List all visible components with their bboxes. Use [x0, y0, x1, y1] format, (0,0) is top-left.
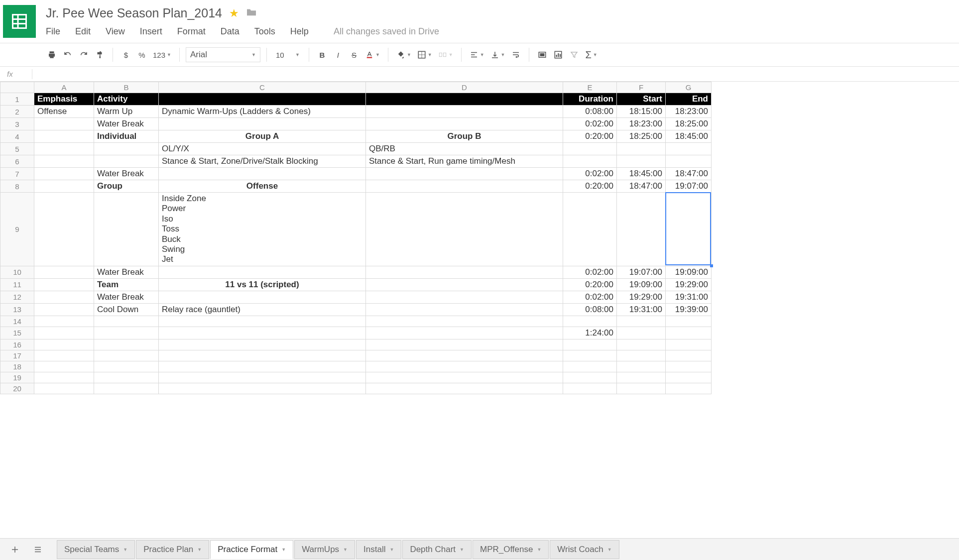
cell-C11[interactable]: 11 vs 11 (scripted)	[159, 278, 366, 291]
functions-button[interactable]: Σ▼	[583, 47, 599, 62]
cell-D12[interactable]	[366, 291, 563, 303]
row-header[interactable]: 20	[0, 383, 34, 394]
cell-A1[interactable]: Emphasis	[34, 93, 94, 106]
menu-insert[interactable]: Insert	[140, 26, 162, 37]
currency-button[interactable]: $	[119, 47, 133, 62]
cell-E20[interactable]	[563, 383, 617, 394]
cell-C10[interactable]	[159, 266, 366, 278]
row-header[interactable]: 3	[0, 118, 34, 130]
cell-E15[interactable]: 1:24:00	[563, 327, 617, 339]
cell-G9[interactable]	[666, 193, 712, 266]
cell-F11[interactable]: 19:09:00	[617, 278, 666, 291]
v-align-button[interactable]: ▼	[488, 47, 507, 62]
cell-F7[interactable]: 18:45:00	[617, 168, 666, 180]
cell-F1[interactable]: Start	[617, 93, 666, 106]
cell-D8[interactable]	[366, 180, 563, 193]
cell-E1[interactable]: Duration	[563, 93, 617, 106]
cell-F8[interactable]: 18:47:00	[617, 180, 666, 193]
cell-B4[interactable]: Individual	[94, 130, 159, 143]
cell-G7[interactable]: 18:47:00	[666, 168, 712, 180]
cell-D3[interactable]	[366, 118, 563, 130]
cell-F13[interactable]: 19:31:00	[617, 303, 666, 316]
row-header[interactable]: 9	[0, 193, 34, 266]
cell-F20[interactable]	[617, 383, 666, 394]
tab-menu-caret-icon[interactable]: ▼	[537, 547, 541, 552]
cell-F4[interactable]: 18:25:00	[617, 130, 666, 143]
col-header-G[interactable]: G	[666, 82, 712, 93]
cell-C8[interactable]: Offense	[159, 180, 366, 193]
cell-B6[interactable]	[94, 155, 159, 168]
cell-G19[interactable]	[666, 372, 712, 383]
cell-E16[interactable]	[563, 339, 617, 350]
cell-E13[interactable]: 0:08:00	[563, 303, 617, 316]
row-header[interactable]: 19	[0, 372, 34, 383]
cell-B1[interactable]: Activity	[94, 93, 159, 106]
cell-D7[interactable]	[366, 168, 563, 180]
cell-F3[interactable]: 18:23:00	[617, 118, 666, 130]
cell-A7[interactable]	[34, 168, 94, 180]
print-icon[interactable]	[45, 47, 59, 62]
borders-button[interactable]: ▼	[415, 47, 434, 62]
row-header[interactable]: 12	[0, 291, 34, 303]
cell-G4[interactable]: 18:45:00	[666, 130, 712, 143]
cell-A8[interactable]	[34, 180, 94, 193]
cell-C9[interactable]: Inside Zone Power Iso Toss Buck Swing Je…	[159, 193, 366, 266]
row-header[interactable]: 11	[0, 278, 34, 291]
tab-menu-caret-icon[interactable]: ▼	[281, 547, 286, 552]
cell-F9[interactable]	[617, 193, 666, 266]
cell-B19[interactable]	[94, 372, 159, 383]
all-sheets-button[interactable]	[29, 542, 47, 557]
sheet-tab[interactable]: Wrist Coach▼	[550, 540, 619, 559]
cell-A18[interactable]	[34, 361, 94, 372]
cell-A6[interactable]	[34, 155, 94, 168]
cell-E12[interactable]: 0:02:00	[563, 291, 617, 303]
cell-C6[interactable]: Stance & Start, Zone/Drive/Stalk Blockin…	[159, 155, 366, 168]
cell-C16[interactable]	[159, 339, 366, 350]
cell-C19[interactable]	[159, 372, 366, 383]
undo-icon[interactable]	[61, 47, 75, 62]
cell-G8[interactable]: 19:07:00	[666, 180, 712, 193]
sheet-tab[interactable]: Install▼	[356, 540, 401, 559]
menu-edit[interactable]: Edit	[75, 26, 91, 37]
cell-A14[interactable]	[34, 316, 94, 327]
tab-menu-caret-icon[interactable]: ▼	[460, 547, 464, 552]
sheet-tab[interactable]: Special Teams▼	[57, 540, 135, 559]
cell-G2[interactable]: 18:23:00	[666, 106, 712, 118]
row-header[interactable]: 7	[0, 168, 34, 180]
redo-icon[interactable]	[77, 47, 91, 62]
cell-C3[interactable]	[159, 118, 366, 130]
cell-D17[interactable]	[366, 350, 563, 361]
sheet-tab[interactable]: WarmUps▼	[294, 540, 355, 559]
cell-B11[interactable]: Team	[94, 278, 159, 291]
cell-E19[interactable]	[563, 372, 617, 383]
row-header[interactable]: 2	[0, 106, 34, 118]
row-header[interactable]: 15	[0, 327, 34, 339]
col-header-F[interactable]: F	[617, 82, 666, 93]
filter-button[interactable]	[567, 47, 581, 62]
cell-C13[interactable]: Relay race (gauntlet)	[159, 303, 366, 316]
cell-D15[interactable]	[366, 327, 563, 339]
col-header-D[interactable]: D	[366, 82, 563, 93]
cell-D4[interactable]: Group B	[366, 130, 563, 143]
row-header[interactable]: 14	[0, 316, 34, 327]
cell-E11[interactable]: 0:20:00	[563, 278, 617, 291]
cell-B13[interactable]: Cool Down	[94, 303, 159, 316]
cell-B3[interactable]: Water Break	[94, 118, 159, 130]
cell-C15[interactable]	[159, 327, 366, 339]
col-header-A[interactable]: A	[34, 82, 94, 93]
cell-F16[interactable]	[617, 339, 666, 350]
cell-C7[interactable]	[159, 168, 366, 180]
percent-button[interactable]: %	[135, 47, 149, 62]
cell-G10[interactable]: 19:09:00	[666, 266, 712, 278]
h-align-button[interactable]: ▼	[468, 47, 486, 62]
formula-input[interactable]	[32, 67, 959, 81]
sheet-tab[interactable]: Depth Chart▼	[402, 540, 472, 559]
menu-format[interactable]: Format	[177, 26, 206, 37]
fill-color-button[interactable]: ▼	[394, 47, 413, 62]
selection-handle[interactable]	[710, 264, 713, 267]
merge-cells-button[interactable]: ▼	[436, 47, 455, 62]
cell-F17[interactable]	[617, 350, 666, 361]
tab-menu-caret-icon[interactable]: ▼	[197, 547, 202, 552]
cell-B20[interactable]	[94, 383, 159, 394]
tab-menu-caret-icon[interactable]: ▼	[123, 547, 127, 552]
